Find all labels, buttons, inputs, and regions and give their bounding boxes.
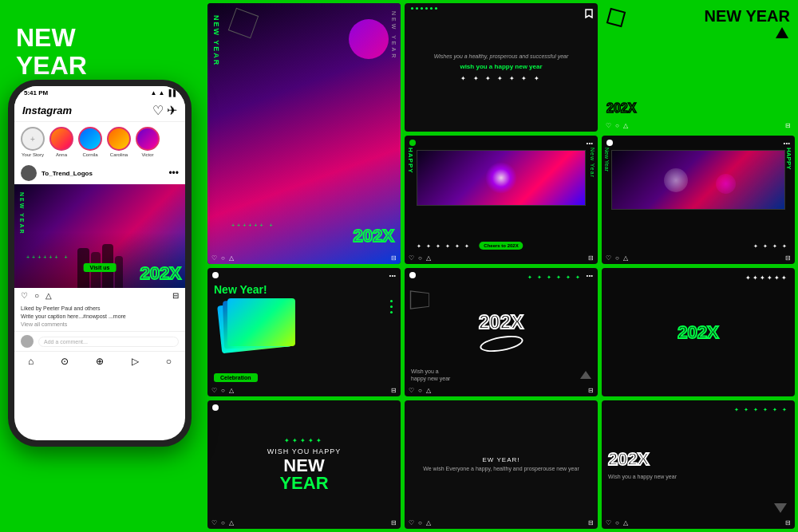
template-new-year-top: NEW YEAR 202X ♡ ○ △ ⊟ (602, 3, 795, 132)
ol-share[interactable]: △ (426, 387, 431, 394)
new-year-top-title: NEW YEAR (606, 8, 790, 24)
nyt-like[interactable]: ♡ (606, 122, 611, 129)
cel-bookmark[interactable]: ⊟ (391, 387, 397, 394)
party-action-icons: ♡ ○ △ (211, 254, 234, 262)
fw-more[interactable]: ••• (587, 140, 593, 147)
template-202x-wish: 202X Wish you a happy new year ✦ ✦ ✦ ✦ ✦… (602, 400, 795, 529)
fw-bookmark[interactable]: ⊟ (588, 254, 594, 262)
post-plus-signs: ++++++ + (26, 254, 70, 260)
ol-actions: ♡ ○ △ ⊟ (409, 387, 594, 394)
template-celebration: ••• New Year! Celebration ♡ ○ △ ⊟ (207, 268, 401, 396)
save-icon[interactable]: ⊟ (172, 291, 179, 300)
template-wish-happy: Wishes you a healthy, prosperous and suc… (405, 3, 598, 132)
template-extra-right: 202X ✦✦✦✦✦✦ (602, 268, 795, 396)
twish-share[interactable]: △ (623, 519, 628, 526)
template-new-year-bottom: ew Year! We wish Everyone a happy, healt… (405, 400, 598, 529)
twish-comment[interactable]: ○ (615, 519, 619, 526)
nytc-comment[interactable]: ○ (221, 519, 225, 526)
fw-share[interactable]: △ (426, 254, 431, 262)
story-cornila[interactable]: Cornila (78, 127, 102, 157)
ol-more[interactable]: ••• (587, 272, 593, 279)
home-icon[interactable]: ⌂ (28, 356, 34, 367)
ol-ellipse (478, 333, 523, 354)
ol-comment[interactable]: ○ (418, 387, 422, 394)
view-comments[interactable]: View all comments (21, 321, 179, 329)
cel-comment[interactable]: ○ (221, 387, 225, 394)
twish-actions: ♡ ○ △ ⊟ (606, 519, 791, 526)
story-anna[interactable]: Anna (49, 127, 73, 157)
post-more-icon[interactable]: ••• (168, 167, 179, 179)
party-new-year-right: NEW YEAR (391, 11, 397, 60)
like-icon[interactable]: ♡ (21, 291, 28, 300)
cel-like[interactable]: ♡ (211, 387, 217, 394)
cel-more[interactable]: ••• (389, 272, 396, 279)
nyb-like[interactable]: ♡ (409, 519, 414, 526)
cornila-label: Cornila (82, 152, 97, 157)
story-carolina[interactable]: Carolina (107, 127, 131, 157)
caption-text: Write your caption here...#nowpost ...mo… (21, 313, 179, 321)
ol-like[interactable]: ♡ (409, 387, 414, 394)
share-icon[interactable]: △ (45, 291, 52, 300)
nyt-share[interactable]: △ (623, 122, 628, 129)
hf-like[interactable]: ♡ (606, 254, 611, 262)
nyt-bookmark[interactable]: ⊟ (785, 122, 791, 129)
comment-icon[interactable]: ○ (34, 291, 39, 300)
nyb-bookmark[interactable]: ⊟ (588, 519, 594, 526)
wish-dots (411, 7, 437, 10)
hf-action-icons: ♡ ○ △ (606, 254, 628, 262)
party-like-icon[interactable]: ♡ (211, 254, 217, 262)
template-new-year-text-card: ✦✦✦✦✦ WISH YOU HAPPY NEW YEAR ♡ ○ △ ⊟ (207, 400, 401, 529)
twish-202x: 202X (608, 449, 649, 470)
fw-cheers: Cheers to 202X (479, 242, 523, 250)
ol-bookmark[interactable]: ⊟ (588, 387, 594, 394)
nytc-share[interactable]: △ (229, 519, 234, 526)
fw-comment[interactable]: ○ (418, 254, 422, 262)
anna-label: Anna (56, 152, 67, 157)
cel-dots (390, 300, 393, 313)
twish-like[interactable]: ♡ (606, 519, 611, 526)
hf-happy: Happy (785, 148, 792, 170)
hf-share[interactable]: △ (623, 254, 628, 262)
nytc-actions: ♡ ○ △ ⊟ (211, 519, 397, 526)
hf-indicator (606, 140, 613, 146)
wish-bookmark[interactable] (585, 7, 593, 22)
victor-label: Victor (141, 152, 153, 157)
search-nav-icon[interactable]: ⊙ (61, 356, 69, 367)
nyb-sub: We wish Everyone a happy, healthy and pr… (423, 465, 579, 473)
story-your[interactable]: + Your Story (21, 127, 45, 157)
post-caption-area: Liked by Peeter Paul and others Write yo… (14, 303, 185, 331)
template-202x-outline: ••• ✦ ✦ ✦ ✦ ✦ ✦ 202X Wish you a happy ne… (405, 268, 598, 396)
party-bookmark-icon[interactable]: ⊟ (391, 254, 397, 262)
nytc-bookmark[interactable]: ⊟ (391, 519, 397, 526)
carolina-avatar (107, 127, 131, 151)
fw-action-icons: ♡ ○ △ (409, 254, 431, 262)
nyt-comment[interactable]: ○ (615, 122, 619, 129)
cel-share[interactable]: △ (229, 387, 234, 394)
instagram-actions: ♡ ✈ (152, 103, 177, 118)
profile-icon[interactable]: ○ (166, 356, 172, 367)
new-year-top-year: 202X (606, 101, 636, 116)
party-comment-icon[interactable]: ○ (221, 254, 225, 262)
wish-content: Wishes you a healthy, prosperous and suc… (405, 3, 598, 132)
nytc-like[interactable]: ♡ (211, 519, 217, 526)
hf-comment[interactable]: ○ (615, 254, 619, 262)
nyb-comment[interactable]: ○ (418, 519, 422, 526)
comment-input[interactable]: Add a comment... (38, 337, 179, 347)
nyb-share[interactable]: △ (426, 519, 431, 526)
hf-more[interactable]: ••• (784, 140, 790, 147)
phone-status-bar: 5:41 PM ▲ ▲ ▐▐ (14, 86, 185, 100)
post-202x-text: 202X (140, 263, 181, 284)
story-victor[interactable]: Victor (136, 127, 160, 157)
nytc-content: ✦✦✦✦✦ WISH YOU HAPPY NEW YEAR (207, 400, 401, 529)
party-share-icon[interactable]: △ (229, 254, 234, 262)
cel-cards-stack (219, 298, 299, 350)
nytc-new: NEW (283, 457, 324, 475)
add-post-icon[interactable]: ⊕ (96, 356, 104, 367)
hf-bookmark[interactable]: ⊟ (785, 254, 791, 262)
reels-icon[interactable]: ▷ (132, 356, 139, 367)
fw-happy: Happy (407, 148, 414, 174)
fw-like[interactable]: ♡ (409, 254, 414, 262)
ol-indicator (409, 272, 416, 278)
ol-cube (410, 290, 429, 309)
twish-bookmark[interactable]: ⊟ (785, 519, 791, 526)
